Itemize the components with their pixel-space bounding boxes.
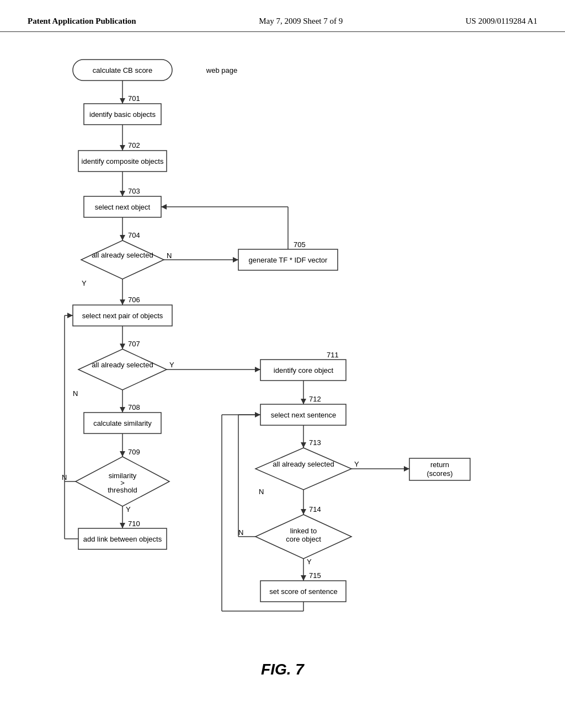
svg-marker-62	[120, 523, 125, 528]
svg-marker-14	[233, 257, 238, 263]
svg-marker-11	[120, 235, 125, 240]
return-text2: (scores)	[427, 469, 453, 478]
lbl-709: 709	[128, 448, 140, 456]
n707-Y: Y	[169, 361, 174, 369]
n702-text: identify composite objects	[82, 157, 164, 165]
svg-marker-45	[301, 575, 306, 581]
svg-marker-52	[120, 407, 125, 413]
header-center: May 7, 2009 Sheet 7 of 9	[259, 17, 343, 26]
lbl-705: 705	[294, 240, 306, 249]
figure-label: FIG. 7	[33, 661, 532, 678]
svg-marker-55	[120, 451, 125, 457]
n709-Y: Y	[126, 505, 131, 513]
n711-text: identify core object	[274, 366, 334, 374]
n707-N: N	[73, 389, 78, 398]
lbl-708: 708	[128, 403, 140, 411]
n714-Y: Y	[307, 558, 312, 566]
n714-text2: core object	[286, 535, 321, 543]
return-text1: return	[430, 461, 449, 469]
lbl-711: 711	[327, 351, 339, 359]
svg-marker-32	[301, 442, 306, 448]
svg-marker-38	[301, 509, 306, 515]
header-right: US 2009/0119284 A1	[466, 17, 537, 26]
n715-text: set score of sentence	[269, 587, 338, 596]
lbl-703: 703	[128, 187, 140, 195]
n714-N: N	[238, 528, 243, 537]
lbl-704: 704	[128, 231, 140, 239]
lbl-712: 712	[309, 395, 321, 403]
svg-marker-23	[120, 344, 125, 349]
n713-text: all already selected	[273, 460, 334, 468]
svg-marker-12	[81, 240, 164, 279]
n705-text: generate TF * IDF vector	[249, 256, 328, 264]
n707-text: all already selected	[92, 361, 153, 369]
n712-text: select next sentence	[271, 411, 337, 419]
n708-text: calculate similarity	[93, 419, 152, 427]
flowchart-svg: calculate CB score web page 701 identify…	[56, 49, 509, 655]
n714-text1: linked to	[290, 527, 317, 535]
n701-text: identify basic objects	[89, 110, 156, 119]
svg-marker-35	[404, 466, 409, 472]
n709-text3: threshold	[108, 486, 137, 494]
svg-marker-33	[255, 448, 351, 490]
svg-marker-29	[301, 399, 306, 404]
lbl-714: 714	[309, 505, 321, 513]
svg-marker-18	[161, 204, 167, 210]
n710-text: add link between objects	[83, 535, 162, 543]
lbl-702: 702	[128, 141, 140, 149]
web-page-label: web page	[206, 66, 237, 74]
n706-text: select next pair of objects	[82, 312, 163, 320]
svg-marker-8	[120, 191, 125, 196]
lbl-715: 715	[309, 571, 321, 580]
lbl-713: 713	[309, 438, 321, 447]
svg-marker-24	[78, 349, 167, 390]
n703-text: select next object	[95, 203, 151, 211]
svg-marker-26	[255, 367, 260, 372]
n713-N: N	[259, 488, 264, 496]
svg-marker-20	[120, 299, 125, 305]
lbl-707: 707	[128, 340, 140, 348]
lbl-710: 710	[128, 520, 140, 528]
header-left: Patent Application Publication	[28, 17, 136, 26]
svg-marker-60	[67, 313, 73, 318]
svg-marker-5	[120, 145, 125, 151]
lbl-706: 706	[128, 296, 140, 304]
svg-marker-2	[120, 98, 125, 104]
start-node-text: calculate CB score	[93, 66, 152, 74]
n713-Y: Y	[354, 460, 359, 468]
diagram-area: calculate CB score web page 701 identify…	[0, 38, 565, 689]
n704-text: all already selected	[92, 251, 153, 259]
n704-Y: Y	[82, 279, 87, 287]
n704-N: N	[167, 251, 172, 260]
lbl-701: 701	[128, 94, 140, 103]
page-header: Patent Application Publication May 7, 20…	[0, 0, 565, 32]
